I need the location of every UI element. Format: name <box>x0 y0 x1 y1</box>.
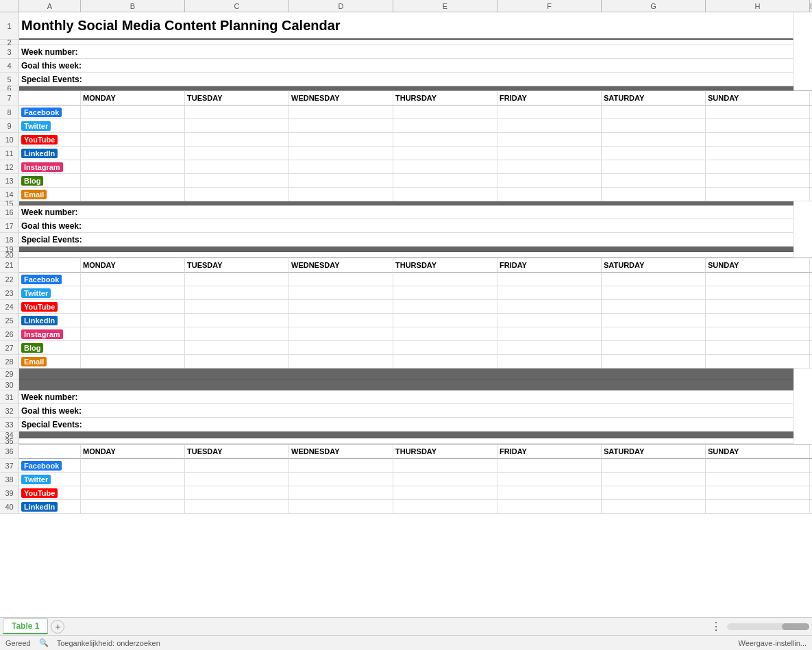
cell-24f[interactable] <box>497 300 602 314</box>
cell-39f[interactable] <box>497 486 602 500</box>
cell-37a[interactable]: Facebook <box>19 459 81 473</box>
cell-10d[interactable] <box>289 133 393 147</box>
cell-9a[interactable]: Twitter <box>19 119 81 133</box>
cell-24h[interactable] <box>706 300 810 314</box>
cell-23e[interactable] <box>393 286 497 300</box>
cell-27g[interactable] <box>602 341 706 355</box>
cell-5a[interactable]: Special Events: <box>19 73 793 86</box>
cell-13a[interactable]: Blog <box>19 174 81 188</box>
cell-37c[interactable] <box>185 459 289 473</box>
cell-25a[interactable]: LinkedIn <box>19 314 81 327</box>
cell-17a[interactable]: Goal this week: <box>19 219 793 233</box>
cell-27b[interactable] <box>81 341 185 355</box>
cell-25f[interactable] <box>497 314 602 327</box>
cell-14d[interactable] <box>289 188 393 201</box>
cell-3a[interactable]: Week number: <box>19 45 793 59</box>
cell-26a[interactable]: Instagram <box>19 327 81 341</box>
cell-23c[interactable] <box>185 286 289 300</box>
cell-14c[interactable] <box>185 188 289 201</box>
cell-31a[interactable]: Week number: <box>19 390 793 404</box>
cell-40h[interactable] <box>706 500 810 514</box>
cell-28h[interactable] <box>706 355 810 368</box>
cell-11e[interactable] <box>393 147 497 160</box>
cell-26g[interactable] <box>602 327 706 341</box>
cell-39d[interactable] <box>289 486 393 500</box>
cell-11g[interactable] <box>602 147 706 160</box>
cell-26d[interactable] <box>289 327 393 341</box>
horizontal-scrollbar[interactable] <box>727 623 809 630</box>
cell-14g[interactable] <box>602 188 706 201</box>
cell-10h[interactable] <box>706 133 810 147</box>
cell-26c[interactable] <box>185 327 289 341</box>
cell-10a[interactable]: YouTube <box>19 133 81 147</box>
cell-28a[interactable]: Email <box>19 355 81 368</box>
cell-37f[interactable] <box>497 459 602 473</box>
cell-26h[interactable] <box>706 327 810 341</box>
cell-38b[interactable] <box>81 473 185 486</box>
cell-18a[interactable]: Special Events: <box>19 233 793 247</box>
cell-24g[interactable] <box>602 300 706 314</box>
cell-20a[interactable] <box>19 252 793 258</box>
cell-22h[interactable] <box>706 273 810 286</box>
cell-12a[interactable]: Instagram <box>19 160 81 174</box>
cell-40a[interactable]: LinkedIn <box>19 500 81 514</box>
cell-11a[interactable]: LinkedIn <box>19 147 81 160</box>
cell-37h[interactable] <box>706 459 810 473</box>
cell-13f[interactable] <box>497 174 602 188</box>
cell-14f[interactable] <box>497 188 602 201</box>
cell-25c[interactable] <box>185 314 289 327</box>
cell-37e[interactable] <box>393 459 497 473</box>
sheet-tab-table1[interactable]: Table 1 <box>3 618 48 634</box>
cell-22d[interactable] <box>289 273 393 286</box>
cell-4a[interactable]: Goal this week: <box>19 59 793 73</box>
cell-27h[interactable] <box>706 341 810 355</box>
cell-27a[interactable]: Blog <box>19 341 81 355</box>
cell-38e[interactable] <box>393 473 497 486</box>
cell-22f[interactable] <box>497 273 602 286</box>
cell-40e[interactable] <box>393 500 497 514</box>
cell-16a[interactable]: Week number: <box>19 205 793 219</box>
view-settings-label[interactable]: Weergave-instellin... <box>739 639 807 647</box>
cell-27c[interactable] <box>185 341 289 355</box>
cell-25g[interactable] <box>602 314 706 327</box>
cell-9f[interactable] <box>497 119 602 133</box>
cell-12g[interactable] <box>602 160 706 174</box>
cell-22e[interactable] <box>393 273 497 286</box>
cell-10b[interactable] <box>81 133 185 147</box>
cell-28f[interactable] <box>497 355 602 368</box>
cell-9d[interactable] <box>289 119 393 133</box>
cell-11c[interactable] <box>185 147 289 160</box>
cell-9b[interactable] <box>81 119 185 133</box>
cell-14e[interactable] <box>393 188 497 201</box>
cell-13g[interactable] <box>602 174 706 188</box>
cell-13c[interactable] <box>185 174 289 188</box>
cell-38c[interactable] <box>185 473 289 486</box>
cell-35a[interactable] <box>19 438 793 444</box>
cell-12f[interactable] <box>497 160 602 174</box>
cell-10e[interactable] <box>393 133 497 147</box>
cell-9h[interactable] <box>706 119 810 133</box>
cell-40d[interactable] <box>289 500 393 514</box>
cell-40g[interactable] <box>602 500 706 514</box>
cell-9e[interactable] <box>393 119 497 133</box>
cell-40b[interactable] <box>81 500 185 514</box>
cell-8g[interactable] <box>602 105 706 119</box>
cell-23h[interactable] <box>706 286 810 300</box>
cell-11f[interactable] <box>497 147 602 160</box>
cell-38h[interactable] <box>706 473 810 486</box>
cell-22g[interactable] <box>602 273 706 286</box>
cell-14a[interactable]: Email <box>19 188 81 201</box>
cell-12d[interactable] <box>289 160 393 174</box>
cell-22b[interactable] <box>81 273 185 286</box>
sheet-options-icon[interactable]: ⋮ <box>711 620 722 633</box>
cell-39c[interactable] <box>185 486 289 500</box>
cell-12e[interactable] <box>393 160 497 174</box>
cell-32a[interactable]: Goal this week: <box>19 404 793 418</box>
cell-13b[interactable] <box>81 174 185 188</box>
scroll-thumb[interactable] <box>782 623 809 630</box>
cell-38g[interactable] <box>602 473 706 486</box>
cell-11h[interactable] <box>706 147 810 160</box>
cell-25e[interactable] <box>393 314 497 327</box>
cell-24e[interactable] <box>393 300 497 314</box>
cell-24d[interactable] <box>289 300 393 314</box>
